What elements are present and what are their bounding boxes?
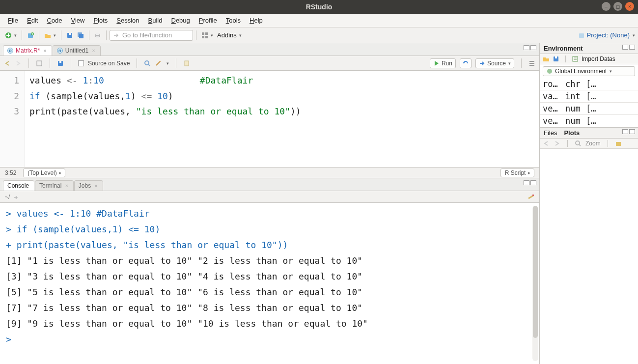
- pane-minimize-button[interactable]: [524, 180, 529, 185]
- source-button[interactable]: Source ▾: [475, 58, 514, 68]
- pane-minimize-button[interactable]: [622, 129, 628, 134]
- r-file-icon: R: [7, 48, 13, 54]
- svg-rect-20: [532, 195, 534, 196]
- left-column: RMatrix.R*×RUntitled1× Source on Save ▾: [0, 43, 540, 364]
- menu-file[interactable]: File: [4, 15, 22, 26]
- menu-build[interactable]: Build: [144, 15, 166, 26]
- find-icon[interactable]: [144, 60, 151, 67]
- prev-plot-icon[interactable]: [543, 140, 550, 147]
- grid-button[interactable]: ▾: [199, 31, 215, 40]
- popout-icon[interactable]: [13, 194, 19, 200]
- console-output[interactable]: > values <- 1:10 #DataFlair> if (sample(…: [0, 203, 539, 364]
- pane-maximize-button[interactable]: [530, 180, 536, 185]
- save-all-icon: [77, 32, 84, 39]
- run-button[interactable]: Run: [430, 58, 456, 68]
- print-button[interactable]: [92, 31, 103, 40]
- main-area: RMatrix.R*×RUntitled1× Source on Save ▾: [0, 43, 638, 364]
- forward-icon[interactable]: [15, 60, 22, 67]
- source-on-save-checkbox[interactable]: [78, 60, 84, 66]
- maximize-button[interactable]: ◻: [613, 2, 622, 11]
- menu-session[interactable]: Session: [112, 15, 143, 26]
- scope-selector[interactable]: (Top Level) ♦: [23, 168, 65, 177]
- minimize-button[interactable]: –: [602, 2, 610, 11]
- console-path: ~/: [5, 194, 10, 200]
- wand-icon[interactable]: [155, 60, 162, 67]
- console-scrollbar[interactable]: [532, 206, 538, 361]
- env-row[interactable]: ve…num[…: [540, 103, 638, 115]
- pane-maximize-button[interactable]: [530, 45, 536, 50]
- menu-edit[interactable]: Edit: [23, 15, 42, 26]
- new-file-button[interactable]: ▾: [3, 31, 19, 40]
- menu-debug[interactable]: Debug: [167, 15, 194, 26]
- save-all-button[interactable]: [75, 31, 86, 40]
- export-plot-icon[interactable]: [615, 140, 622, 147]
- close-tab-icon[interactable]: ×: [65, 183, 68, 189]
- close-button[interactable]: ×: [625, 2, 634, 11]
- env-row[interactable]: ro…chr[…: [540, 78, 638, 90]
- outline-icon[interactable]: [528, 60, 535, 67]
- svg-rect-17: [59, 61, 61, 63]
- save-icon[interactable]: [57, 60, 64, 67]
- menu-plots[interactable]: Plots: [89, 15, 111, 26]
- main-toolbar: ▾ ▾ Go to file/function ▾ Addins ▾ Proje…: [0, 28, 638, 43]
- svg-rect-9: [96, 36, 99, 38]
- import-dataset-button[interactable]: Import Datas: [582, 56, 615, 62]
- svg-rect-8: [96, 33, 99, 35]
- goto-arrow-icon: [113, 32, 120, 39]
- svg-point-18: [145, 61, 149, 65]
- console-tab-console[interactable]: Console: [3, 180, 34, 191]
- editor-tab[interactable]: RUntitled1×: [53, 45, 101, 56]
- rerun-button[interactable]: [460, 58, 472, 68]
- console-tab-terminal[interactable]: Terminal×: [35, 180, 74, 191]
- open-file-button[interactable]: ▾: [42, 31, 58, 40]
- env-row[interactable]: ve…num[…: [540, 115, 638, 127]
- tab-plots[interactable]: Plots: [564, 129, 580, 137]
- filetype-selector[interactable]: R Script ♦: [500, 168, 534, 177]
- tab-files[interactable]: Files: [544, 129, 557, 137]
- pane-minimize-button[interactable]: [622, 45, 628, 50]
- import-dataset-icon: [572, 56, 579, 62]
- new-project-button[interactable]: [25, 31, 36, 40]
- source-icon: [479, 60, 486, 67]
- menu-profile[interactable]: Profile: [195, 15, 221, 26]
- close-tab-icon[interactable]: ×: [43, 48, 46, 54]
- environment-scope-selector[interactable]: Global Environment ▾: [543, 66, 635, 76]
- back-icon[interactable]: [4, 60, 11, 67]
- next-plot-icon[interactable]: [554, 140, 560, 147]
- project-menu[interactable]: Project: (None) ▾: [578, 31, 635, 39]
- rerun-icon: [462, 60, 469, 67]
- svg-rect-10: [202, 32, 204, 35]
- load-workspace-icon[interactable]: [543, 56, 550, 62]
- environment-grid[interactable]: ro…chr[…va…int[…ve…num[…ve…num[…: [540, 78, 638, 127]
- close-tab-icon[interactable]: ×: [94, 183, 97, 189]
- goto-file-input[interactable]: Go to file/function: [110, 30, 193, 41]
- editor-tab[interactable]: RMatrix.R*×: [3, 45, 52, 56]
- line-gutter: 123: [0, 71, 25, 167]
- run-arrow-icon: [433, 60, 440, 67]
- popout-icon[interactable]: [36, 60, 43, 67]
- env-row[interactable]: va…int[…: [540, 90, 638, 103]
- globe-icon: [546, 68, 553, 75]
- svg-rect-6: [79, 34, 83, 38]
- menu-view[interactable]: View: [67, 15, 88, 26]
- close-tab-icon[interactable]: ×: [92, 48, 95, 54]
- pane-maximize-button[interactable]: [629, 129, 635, 134]
- menu-code[interactable]: Code: [43, 15, 66, 26]
- menu-tools[interactable]: Tools: [222, 15, 245, 26]
- save-workspace-icon[interactable]: [553, 56, 559, 62]
- code-content[interactable]: values <- 1:10 #DataFlairif (sample(valu…: [25, 71, 306, 167]
- notebook-icon[interactable]: [183, 60, 190, 67]
- pane-minimize-button[interactable]: [524, 45, 529, 50]
- console-tab-jobs[interactable]: Jobs×: [74, 180, 103, 191]
- zoom-button[interactable]: Zoom: [585, 140, 601, 147]
- save-button[interactable]: [64, 31, 75, 40]
- menu-help[interactable]: Help: [246, 15, 267, 26]
- addins-button[interactable]: Addins ▾: [215, 30, 244, 40]
- clear-console-icon[interactable]: [527, 194, 534, 200]
- code-editor[interactable]: 123 values <- 1:10 #DataFlairif (sample(…: [0, 71, 539, 167]
- environment-tab[interactable]: Environment: [540, 43, 638, 54]
- pane-maximize-button[interactable]: [629, 45, 635, 50]
- svg-rect-14: [579, 33, 584, 38]
- plots-toolbar: Zoom: [540, 139, 638, 149]
- zoom-icon: [575, 140, 582, 147]
